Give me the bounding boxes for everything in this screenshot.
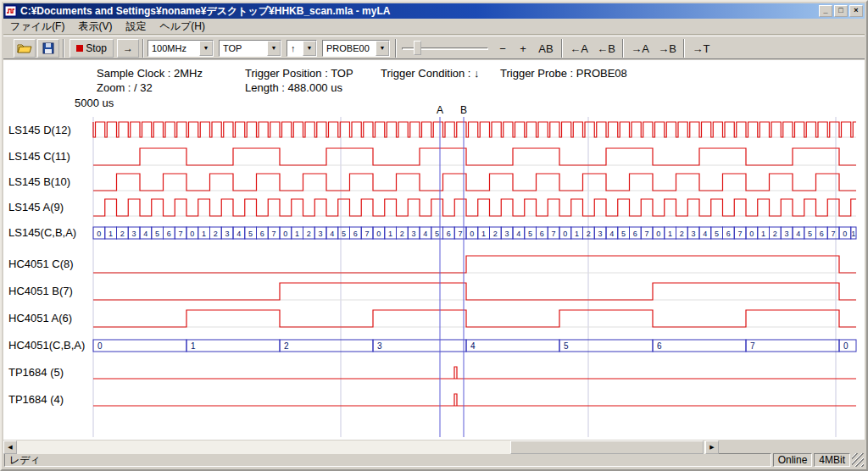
goto-trigger-button[interactable]: →T (688, 40, 714, 57)
zoom-out-button[interactable]: − (493, 40, 512, 57)
goto-cursor-a-button[interactable]: ←A (566, 40, 592, 57)
time-division-label: 5000 us (75, 97, 114, 109)
minimize-button[interactable]: _ (819, 5, 832, 17)
horizontal-scrollbar[interactable]: ◀ ▶ (3, 441, 719, 454)
status-memory-badge: 4MBit (814, 453, 850, 467)
open-folder-icon (17, 42, 32, 54)
info-trigger-probe: Trigger Probe : PROBE08 (500, 67, 627, 80)
toolbar-separator (63, 39, 64, 58)
next-cursor-a-button[interactable]: →A (627, 40, 653, 57)
maximize-button[interactable]: □ (834, 5, 848, 17)
toolbar: Stop → 100MHz ▼ TOP ▼ ↑ ▼ PROBE00 ▼ − + … (3, 36, 865, 59)
stop-label: Stop (86, 42, 107, 54)
chevron-down-icon[interactable]: ▼ (199, 41, 213, 56)
open-button[interactable] (14, 39, 36, 58)
next-cursor-b-button[interactable]: →B (654, 40, 680, 57)
save-button[interactable] (37, 39, 59, 58)
stop-button[interactable]: Stop (70, 39, 114, 58)
toolbar-separator (561, 39, 563, 58)
chevron-down-icon[interactable]: ▼ (376, 41, 389, 56)
floppy-disk-icon (42, 42, 54, 54)
slider-thumb[interactable] (414, 41, 421, 55)
status-online-badge: Online (773, 453, 813, 467)
zoom-slider[interactable] (402, 40, 488, 57)
toolbar-separator (142, 39, 144, 58)
menu-file[interactable]: ファイル(F) (3, 18, 71, 36)
zoom-in-button[interactable]: + (514, 40, 532, 57)
scrollbar-thumb[interactable] (510, 441, 704, 454)
resize-grip[interactable] (852, 453, 864, 467)
run-button[interactable]: → (117, 39, 139, 58)
app-window: C:¥Documents and Settings¥noname¥デスクトップ¥… (0, 0, 868, 471)
info-trigger-position: Trigger Position : TOP (245, 67, 353, 80)
toolbar-separator (622, 39, 624, 58)
info-length: Length : 488.000 us (245, 81, 342, 94)
scroll-left-icon[interactable]: ◀ (3, 441, 17, 454)
menu-bar: ファイル(F) 表示(V) 設定 ヘルプ(H) (3, 19, 865, 35)
stop-icon (76, 45, 83, 52)
trigger-position-select[interactable]: TOP ▼ (219, 40, 281, 57)
info-zoom: Zoom : / 32 (97, 81, 153, 94)
title-bar[interactable]: C:¥Documents and Settings¥noname¥デスクトップ¥… (3, 3, 865, 19)
menu-settings[interactable]: 設定 (119, 18, 153, 36)
info-sample-clock: Sample Clock : 2MHz (97, 67, 203, 80)
probe-select[interactable]: PROBE00 ▼ (322, 40, 390, 57)
clock-select[interactable]: 100MHz ▼ (147, 40, 214, 57)
status-bar: レディ Online 4MBit (3, 452, 865, 468)
toolbar-separator (395, 39, 397, 58)
window-title: C:¥Documents and Settings¥noname¥デスクトップ¥… (20, 4, 817, 19)
menu-view[interactable]: 表示(V) (71, 18, 119, 36)
trigger-position-value: TOP (220, 41, 267, 56)
chevron-down-icon[interactable]: ▼ (303, 41, 316, 56)
status-message: レディ (4, 453, 771, 467)
chevron-down-icon[interactable]: ▼ (267, 41, 281, 56)
clock-value: 100MHz (148, 41, 199, 56)
close-button[interactable]: × (849, 5, 863, 17)
trigger-edge-select[interactable]: ↑ ▼ (287, 40, 317, 57)
goto-cursor-b-button[interactable]: ←B (593, 40, 619, 57)
waveform-client-area[interactable] (3, 60, 865, 440)
ab-button[interactable]: AB (534, 40, 558, 57)
scroll-right-icon[interactable]: ▶ (705, 441, 719, 454)
menu-help[interactable]: ヘルプ(H) (153, 18, 212, 36)
toolbar-separator (683, 39, 685, 58)
info-trigger-condition: Trigger Condition : ↓ (381, 67, 480, 80)
trigger-edge-value: ↑ (287, 41, 303, 56)
probe-value: PROBE00 (323, 41, 376, 56)
app-icon (5, 5, 17, 17)
